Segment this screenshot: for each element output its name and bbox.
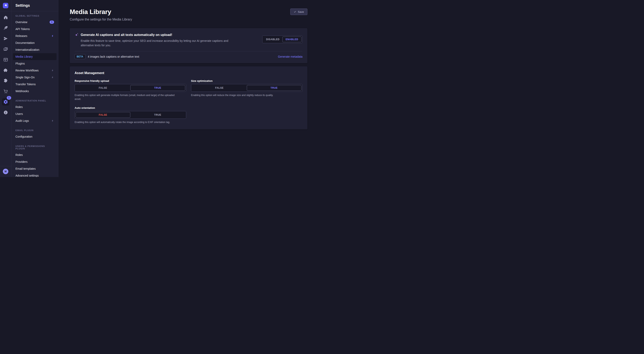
asset-fields: Responsive friendly uploadFALSETRUEEnabl… (74, 79, 302, 124)
lightning-icon (51, 69, 54, 72)
purchase-icon (3, 89, 8, 94)
subnav-item-internationalization[interactable]: Internationalization (13, 46, 56, 53)
subnav-item-label: Plugins (16, 62, 54, 65)
toggle-responsive-friendly-upload: FALSETRUE (74, 84, 186, 92)
notification-badge: 1 (50, 20, 54, 24)
subnav-item-label: Releases (16, 34, 50, 37)
subnav-item-overview[interactable]: Overview1 (13, 19, 56, 25)
subnav-item-api-tokens[interactable]: API Tokens (13, 25, 56, 32)
rail-item-purchase[interactable] (3, 89, 8, 94)
toggle-auto-orientation: FALSETRUE (74, 111, 186, 119)
field-hint: Enabling this option will automatically … (74, 120, 181, 124)
info-icon (3, 110, 8, 115)
subnav-item-releases[interactable]: Releases (13, 32, 56, 39)
field-hint: Enabling this option will reduce the ima… (191, 93, 298, 97)
subnav-header: Settings (12, 0, 58, 11)
field-label: Auto orientation (74, 106, 186, 109)
rail-item-settings[interactable]: 1 (2, 98, 9, 106)
page-header: Media Library Configure the settings for… (70, 8, 307, 21)
subnav-item-plugins[interactable]: Plugins (13, 60, 56, 67)
subnav-item-audit-logs[interactable]: Audit Logs (13, 117, 56, 124)
subnav-item-label: Audit Logs (16, 119, 50, 122)
subnav-item-documentation[interactable]: Documentation (13, 39, 56, 46)
rail-item-info[interactable] (3, 110, 8, 115)
beta-badge: BETA (74, 54, 86, 59)
main-content: Media Library Configure the settings for… (58, 0, 322, 177)
toggle-option-true[interactable]: TRUE (130, 85, 185, 91)
caption-status-text: 4 images lack captions or alternative te… (88, 55, 139, 58)
subnav-title: Settings (16, 3, 30, 8)
field-hint: Enabling this option will generate multi… (74, 93, 181, 101)
subnav-section-administration-panel: ADMINISTRATION PANELRolesUsersAudit Logs (12, 99, 58, 124)
subnav-section-global-settings: GLOBAL SETTINGSOverview1API TokensReleas… (12, 15, 58, 95)
toggle-option-false[interactable]: FALSE (76, 112, 130, 118)
subnav-item-label: Media Library (16, 55, 54, 58)
rail-item-content-type-builder[interactable] (3, 57, 8, 62)
subnav-item-label: Configuration (16, 135, 54, 138)
lightning-icon (51, 76, 54, 79)
asset-management-title: Asset Management (74, 71, 302, 75)
rail-item-plugins[interactable] (3, 68, 8, 73)
banner-title: Generate AI captions and alt texts autom… (81, 33, 172, 37)
subnav-item-email-templates[interactable]: Email templates (13, 165, 56, 172)
toggle-size-optimization: FALSETRUE (191, 84, 303, 92)
banner-text: Generate AI captions and alt texts autom… (74, 33, 233, 47)
page-header-titles: Media Library Configure the settings for… (70, 8, 132, 21)
subnav-item-single-sign-on[interactable]: Single Sign-On (13, 74, 56, 81)
media-library-icon (3, 47, 8, 52)
save-button-label: Save (298, 10, 304, 13)
toggle-option-false[interactable]: FALSE (76, 85, 130, 91)
home-icon (3, 15, 8, 20)
subnav-sections: GLOBAL SETTINGSOverview1API TokensReleas… (12, 11, 58, 177)
banner-description: Enable this feature to save time, optimi… (81, 39, 233, 47)
toggle-option-disabled[interactable]: DISABLED (263, 36, 282, 42)
lightning-icon (51, 119, 54, 122)
field-label: Responsive friendly upload (74, 79, 186, 82)
releases-icon (3, 36, 8, 41)
rail-item-releases[interactable] (3, 36, 8, 41)
section-label: EMAIL PLUGIN (12, 129, 58, 132)
rail-header (0, 0, 11, 11)
field-size-optimization: Size optimizationFALSETRUEEnabling this … (191, 79, 303, 101)
toggle-option-true[interactable]: TRUE (247, 85, 302, 91)
subnav-item-label: Email templates (16, 167, 54, 170)
section-label: USERS & PERMISSIONS PLUGIN (12, 145, 58, 150)
section-label: GLOBAL SETTINGS (12, 15, 58, 17)
field-responsive-friendly-upload: Responsive friendly uploadFALSETRUEEnabl… (74, 79, 186, 101)
strapi-logo-icon (4, 4, 8, 7)
subnav-item-review-workflows[interactable]: Review Workflows (13, 67, 56, 74)
ai-sparkle-icon (74, 33, 79, 37)
subnav-section-users-permissions-plugin: USERS & PERMISSIONS PLUGINRolesProviders… (12, 145, 58, 177)
generate-metadata-link[interactable]: Generate metadata (278, 55, 302, 58)
subnav-item-users[interactable]: Users (13, 110, 56, 117)
toggle-option-false[interactable]: FALSE (192, 85, 247, 91)
toggle-option-true[interactable]: TRUE (130, 112, 185, 118)
content-manager-icon (3, 25, 8, 30)
banner-top: Generate AI captions and alt texts autom… (74, 33, 302, 47)
subnav-item-advanced-settings[interactable]: Advanced settings (13, 172, 56, 177)
subnav-item-label: Users (16, 112, 54, 116)
rail-item-home[interactable] (3, 15, 8, 20)
rail-item-marketplace[interactable] (3, 78, 8, 83)
subnav-item-roles[interactable]: Roles (13, 104, 56, 110)
lightning-icon (51, 34, 54, 37)
notification-badge: 1 (7, 96, 11, 100)
rail-nav: 1 (0, 11, 11, 115)
main-nav-rail: 1 M (0, 0, 12, 177)
save-button[interactable]: Save (290, 8, 307, 15)
rail-item-media-library[interactable] (3, 47, 8, 52)
subnav-item-providers[interactable]: Providers (13, 158, 56, 165)
subnav-item-webhooks[interactable]: Webhooks (13, 88, 56, 95)
subnav-item-media-library[interactable]: Media Library (13, 53, 56, 60)
subnav-item-configuration[interactable]: Configuration (13, 133, 56, 140)
rail-item-content-manager[interactable] (3, 25, 8, 30)
user-avatar[interactable]: M (3, 169, 8, 174)
toggle-option-enabled[interactable]: ENABLED (282, 36, 302, 42)
plugins-icon (3, 68, 8, 73)
subnav-item-label: Single Sign-On (16, 76, 50, 79)
subnav-item-label: Webhooks (16, 90, 54, 93)
app-window: 1 M Settings GLOBAL SETTINGSOverview1API… (0, 0, 322, 177)
subnav-item-transfer-tokens[interactable]: Transfer Tokens (13, 81, 56, 88)
subnav-item-roles[interactable]: Roles (13, 152, 56, 158)
strapi-logo[interactable] (3, 3, 8, 8)
